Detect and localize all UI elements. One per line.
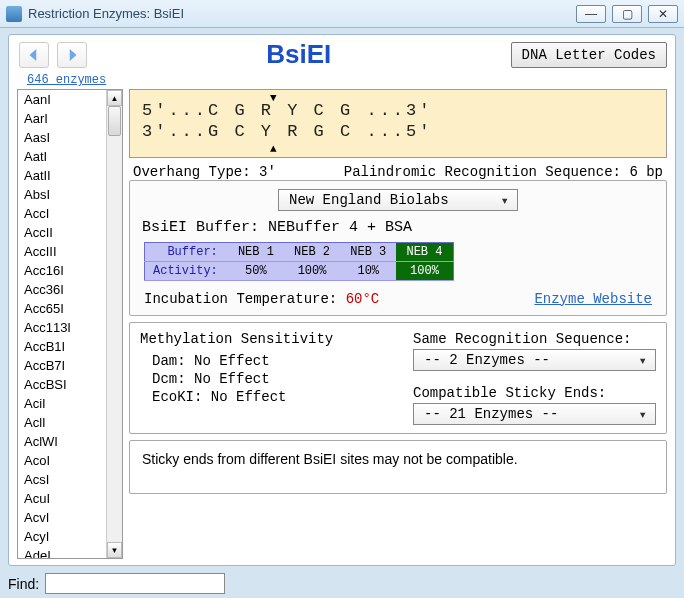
methylation-header: Methylation Sensitivity xyxy=(140,331,383,347)
methylation-block: Methylation Sensitivity Dam: No Effect D… xyxy=(140,331,383,425)
list-item[interactable]: Acc113I xyxy=(18,318,106,337)
cut-marker-bottom-icon: ▲ xyxy=(270,143,277,157)
list-item[interactable]: AccI xyxy=(18,204,106,223)
list-item[interactable]: AdeI xyxy=(18,546,106,558)
list-item[interactable]: AcvI xyxy=(18,508,106,527)
arrow-left-icon xyxy=(25,46,43,64)
sequence-line-3to5: 3′...G C Y R G C ...5′ xyxy=(142,121,654,142)
list-item[interactable]: AatII xyxy=(18,166,106,185)
supplier-selected: New England Biolabs xyxy=(289,192,449,208)
compatible-ends-label: Compatible Sticky Ends: xyxy=(413,385,656,401)
list-item[interactable]: AatI xyxy=(18,147,106,166)
compatibility-note: Sticky ends from different BsiEI sites m… xyxy=(129,440,667,494)
list-item[interactable]: AccBSI xyxy=(18,375,106,394)
find-label: Find: xyxy=(8,576,39,592)
list-item[interactable]: AccB7I xyxy=(18,356,106,375)
buffer-activity-table: Buffer:NEB 1NEB 2NEB 3NEB 4 Activity:50%… xyxy=(144,242,454,281)
enzyme-website-link[interactable]: Enzyme Website xyxy=(534,291,652,307)
list-item[interactable]: AanI xyxy=(18,90,106,109)
enzyme-count-link[interactable]: 646 enzymes xyxy=(27,73,106,87)
enzyme-name-heading: BsiEI xyxy=(87,39,511,70)
list-item[interactable]: AbsI xyxy=(18,185,106,204)
minimize-button[interactable]: — xyxy=(576,5,606,23)
list-item[interactable]: AccB1I xyxy=(18,337,106,356)
list-item[interactable]: AarI xyxy=(18,109,106,128)
maximize-button[interactable]: ▢ xyxy=(612,5,642,23)
buffer-description: BsiEI Buffer: NEBuffer 4 + BSA xyxy=(142,219,656,236)
enzyme-list-sidebar: AanIAarIAasIAatIAatIIAbsIAccIAccIIAccIII… xyxy=(17,89,123,559)
list-item[interactable]: Acc16I xyxy=(18,261,106,280)
dna-letter-codes-button[interactable]: DNA Letter Codes xyxy=(511,42,667,68)
titlebar: Restriction Enzymes: BsiEI — ▢ ✕ xyxy=(0,0,684,28)
window-title: Restriction Enzymes: BsiEI xyxy=(28,6,184,21)
list-item[interactable]: AclI xyxy=(18,413,106,432)
scroll-thumb[interactable] xyxy=(108,106,121,136)
list-item[interactable]: AclWI xyxy=(18,432,106,451)
overhang-type: Overhang Type: 3′ xyxy=(133,164,276,180)
list-item[interactable]: AasI xyxy=(18,128,106,147)
scroll-track[interactable] xyxy=(107,106,122,542)
incubation-temperature: Incubation Temperature: 60°C xyxy=(144,291,379,307)
cut-marker-top-icon: ▼ xyxy=(270,92,277,106)
list-item[interactable]: AciI xyxy=(18,394,106,413)
enzyme-list[interactable]: AanIAarIAasIAatIAatIIAbsIAccIAccIIAccIII… xyxy=(18,90,106,558)
list-item[interactable]: AcoI xyxy=(18,451,106,470)
nav-back-button[interactable] xyxy=(19,42,49,68)
list-item[interactable]: AccIII xyxy=(18,242,106,261)
list-item[interactable]: Acc36I xyxy=(18,280,106,299)
find-input[interactable] xyxy=(45,573,225,594)
cut-site-panel: ▼ 5′...C G R Y C G ...3′ 3′...G C Y R G … xyxy=(129,89,667,158)
compatibility-panel: Methylation Sensitivity Dam: No Effect D… xyxy=(129,322,667,434)
close-button[interactable]: ✕ xyxy=(648,5,678,23)
scroll-up-button[interactable]: ▲ xyxy=(107,90,122,106)
arrow-right-icon xyxy=(63,46,81,64)
list-item[interactable]: AcyI xyxy=(18,527,106,546)
compatible-ends-select[interactable]: -- 21 Enzymes -- xyxy=(413,403,656,425)
scroll-down-button[interactable]: ▼ xyxy=(107,542,122,558)
buffer-panel: New England Biolabs BsiEI Buffer: NEBuff… xyxy=(129,180,667,316)
app-icon xyxy=(6,6,22,22)
palindromic-length: Palindromic Recognition Sequence: 6 bp xyxy=(344,164,663,180)
nav-forward-button[interactable] xyxy=(57,42,87,68)
sequence-line-5to3: 5′...C G R Y C G ...3′ xyxy=(142,100,654,121)
list-item[interactable]: AccII xyxy=(18,223,106,242)
list-item[interactable]: AcsI xyxy=(18,470,106,489)
same-recognition-select[interactable]: -- 2 Enzymes -- xyxy=(413,349,656,371)
same-recognition-label: Same Recognition Sequence: xyxy=(413,331,656,347)
scrollbar[interactable]: ▲ ▼ xyxy=(106,90,122,558)
list-item[interactable]: AcuI xyxy=(18,489,106,508)
list-item[interactable]: Acc65I xyxy=(18,299,106,318)
supplier-select[interactable]: New England Biolabs xyxy=(278,189,518,211)
